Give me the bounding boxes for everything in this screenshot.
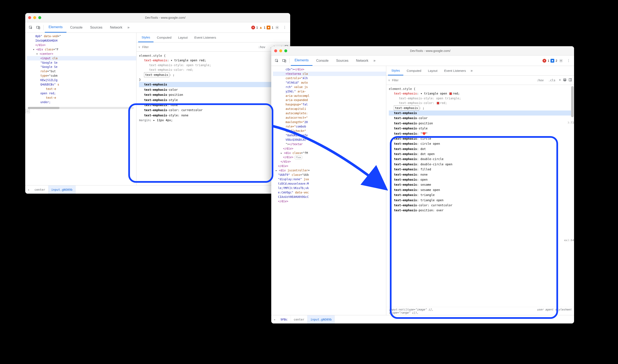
close-icon[interactable]: [274, 49, 277, 52]
filter-icon: ▿: [388, 78, 390, 82]
tab-styles[interactable]: Styles: [138, 33, 153, 42]
tab-layout[interactable]: Layout: [175, 33, 191, 42]
device-toggle-icon[interactable]: [280, 57, 288, 65]
autocomplete-item[interactable]: text-emphasis-position: over: [389, 208, 572, 213]
tab-sources[interactable]: Sources: [86, 22, 106, 33]
tab-console[interactable]: Console: [313, 55, 332, 66]
dom-tree[interactable]: cQv"></div> <textarea cla controls="Alh …: [271, 66, 386, 205]
maximize-icon[interactable]: [284, 49, 287, 52]
computed-icon[interactable]: [569, 78, 572, 82]
crumb-center[interactable]: center: [31, 185, 48, 194]
autocomplete-item[interactable]: text-emphasis: "❤️": [389, 131, 572, 136]
more-icon[interactable]: ⋮: [565, 57, 572, 65]
vertical-scrollbar[interactable]: [571, 85, 574, 307]
autocomplete-item[interactable]: text-emphasis: filled: [389, 167, 572, 172]
source-link[interactable]: ):72: [567, 121, 574, 125]
filter-input[interactable]: [392, 78, 533, 82]
tab-elements[interactable]: Elements: [45, 22, 67, 33]
tabs-overflow-icon[interactable]: »: [372, 58, 377, 63]
autocomplete-item[interactable]: text-emphasis: [389, 110, 572, 116]
maximize-icon[interactable]: [38, 16, 41, 19]
tab-network[interactable]: Network: [352, 55, 372, 66]
minimize-icon[interactable]: [33, 16, 36, 19]
crumb-input[interactable]: input.gNO89b: [48, 185, 76, 194]
more-icon[interactable]: ⋮: [281, 24, 288, 31]
autocomplete-item[interactable]: text-emphasis-style: [389, 126, 572, 131]
autocomplete-item[interactable]: text-emphasis: dot: [389, 146, 572, 151]
dom-tree[interactable]: 8pb" data-ved=" IAxUqWUEAHQU4 </div> ▾ <…: [25, 33, 136, 106]
autocomplete-item[interactable]: text-emphasis: triangle: [389, 192, 572, 197]
crumb-left-arrow-icon[interactable]: ◂: [271, 318, 277, 321]
print-icon[interactable]: [563, 78, 566, 82]
css-property-input[interactable]: text-emphasis: [144, 72, 169, 77]
autocomplete-item[interactable]: text-emphasis: triangle open: [389, 198, 572, 203]
autocomplete-list[interactable]: text-emphasistext-emphasis-colortext-emp…: [139, 82, 288, 118]
color-swatch-icon[interactable]: [449, 92, 452, 95]
autocomplete-item[interactable]: text-emphasis-style: none: [139, 113, 288, 118]
window-title: DevTools - www.google.com/: [43, 16, 287, 19]
svg-rect-12: [569, 78, 572, 81]
add-rule-icon[interactable]: +: [559, 78, 561, 82]
tab-event-listeners[interactable]: Event Listeners: [191, 33, 219, 42]
tab-console[interactable]: Console: [67, 22, 86, 33]
autocomplete-item[interactable]: text-emphasis: sesame: [389, 182, 572, 187]
autocomplete-item[interactable]: text-emphasis: double-circle: [389, 156, 572, 162]
autocomplete-item[interactable]: text-emphasis-color: currentcolor: [139, 107, 288, 113]
inspect-icon[interactable]: [273, 57, 280, 65]
autocomplete-item[interactable]: text-emphasis: none: [389, 172, 572, 177]
source-link[interactable]: ex):64: [564, 238, 574, 243]
autocomplete-item[interactable]: text-emphasis: dot open: [389, 151, 572, 156]
crumb-input[interactable]: input.gNO89b: [307, 315, 335, 324]
issue-badges[interactable]: ✕1 ■2: [543, 59, 557, 63]
minimize-icon[interactable]: [279, 49, 282, 52]
crumb-center[interactable]: center: [291, 315, 308, 324]
autocomplete-item[interactable]: text-emphasis-position: [389, 121, 572, 126]
css-property-input[interactable]: text-emphasis: [394, 105, 419, 110]
autocomplete-list[interactable]: text-emphasistext-emphasis-colortext-emp…: [389, 110, 572, 213]
autocomplete-item[interactable]: text-emphasis: circle: [389, 136, 572, 141]
horizontal-scrollbar[interactable]: [28, 107, 134, 109]
subtabs-overflow-icon[interactable]: »: [469, 68, 474, 73]
autocomplete-item[interactable]: text-emphasis: open: [389, 177, 572, 182]
autocomplete-item[interactable]: text-emphasis-color: [139, 87, 288, 92]
settings-icon[interactable]: [557, 57, 565, 65]
styles-content[interactable]: element.style { text-emphasis: ▾ triangl…: [386, 85, 574, 307]
issue-badges[interactable]: ✕1 ▲1 ■1: [251, 26, 273, 29]
tab-event-listeners[interactable]: Event Listeners: [441, 66, 469, 75]
autocomplete-item[interactable]: text-emphasis-position: [139, 92, 288, 97]
autocomplete-item[interactable]: text-emphasis: [139, 82, 288, 87]
filter-bar: ▿ :hov .cls +: [137, 42, 290, 52]
tab-styles[interactable]: Styles: [388, 66, 403, 75]
autocomplete-item[interactable]: text-emphasis: sesame open: [389, 187, 572, 192]
hov-toggle[interactable]: :hov: [535, 78, 545, 82]
styles-content[interactable]: element.style { text-emphasis: ▾ triangl…: [137, 52, 290, 185]
filter-input[interactable]: [142, 45, 255, 49]
autocomplete-item[interactable]: text-emphasis-style: [139, 97, 288, 103]
crumb-9fbc[interactable]: 9FBc: [277, 315, 291, 324]
traffic-lights: [274, 49, 287, 52]
drag-handle-icon[interactable]: ⋯: [25, 109, 30, 113]
autocomplete-item[interactable]: text-emphasis: circle open: [389, 141, 572, 146]
tab-layout[interactable]: Layout: [425, 66, 441, 75]
autocomplete-item[interactable]: text-emphasis-color: [389, 116, 572, 121]
autocomplete-item[interactable]: text-emphasis: double-circle open: [389, 162, 572, 167]
crumb-left-arrow-icon[interactable]: ◂: [25, 188, 31, 191]
tab-elements[interactable]: Elements: [291, 55, 313, 66]
tab-network[interactable]: Network: [106, 22, 126, 33]
color-swatch-icon[interactable]: [437, 102, 439, 104]
autocomplete-popup: text-emphasis: ; text-emphasistext-empha…: [389, 105, 572, 213]
warning-count: 1: [264, 26, 265, 29]
hov-toggle[interactable]: :hov: [257, 45, 267, 49]
settings-icon[interactable]: [273, 24, 281, 31]
autocomplete-item[interactable]: text-emphasis-color: currentcolor: [389, 203, 572, 208]
autocomplete-item[interactable]: text-emphasis: none: [139, 103, 288, 107]
tab-sources[interactable]: Sources: [332, 55, 352, 66]
selector-element-style: element.style {: [139, 53, 288, 58]
close-icon[interactable]: [28, 16, 31, 19]
device-toggle-icon[interactable]: [34, 24, 42, 31]
inspect-icon[interactable]: [27, 24, 34, 31]
tab-computed[interactable]: Computed: [403, 66, 425, 75]
cls-toggle[interactable]: .cls: [547, 78, 557, 82]
tabs-overflow-icon[interactable]: »: [126, 25, 131, 30]
tab-computed[interactable]: Computed: [153, 33, 175, 42]
